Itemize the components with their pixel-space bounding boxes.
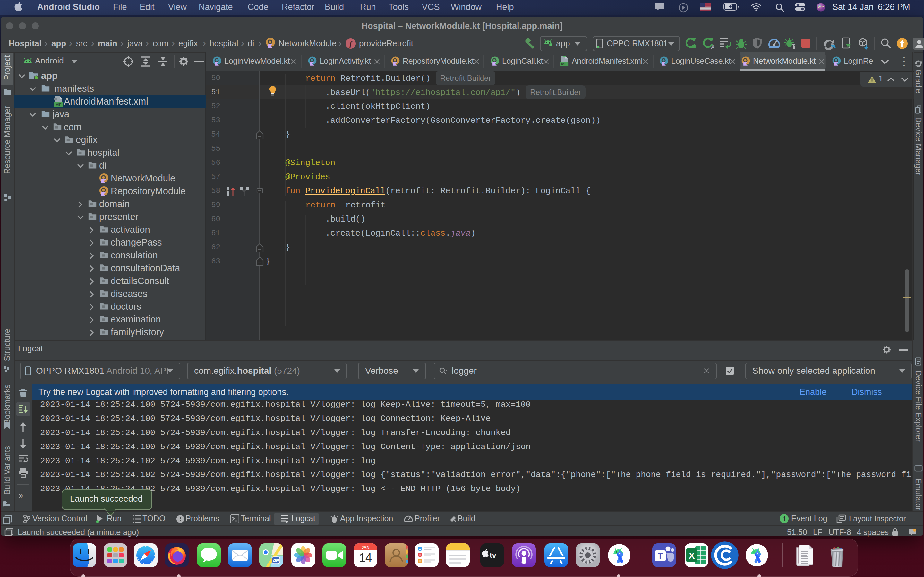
svg-text:tv: tv [489, 551, 496, 559]
svg-text:JAN: JAN [361, 545, 369, 550]
svg-text:14: 14 [359, 551, 372, 564]
svg-text:MF: MF [55, 102, 61, 107]
svg-text:MF: MF [561, 62, 567, 66]
svg-text:X: X [689, 551, 695, 561]
svg-text:280: 280 [273, 558, 279, 562]
svg-text:T: T [658, 551, 662, 560]
svg-text:A: A [711, 44, 714, 49]
